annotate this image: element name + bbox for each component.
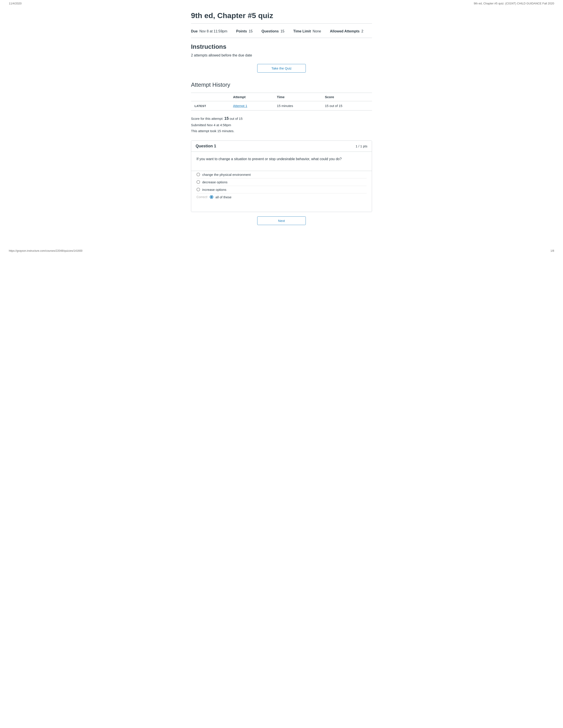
main-content: 9th ed, Chapter #5 quiz Due Nov 8 at 11:… — [182, 7, 381, 238]
answer-option-2: decrease options — [196, 178, 367, 186]
question-1-card: Question 1 1 / 1 pts If you want to chan… — [191, 141, 372, 212]
question-1-body: If you want to change a situation to pre… — [191, 152, 372, 171]
top-bar: 11/4/2020 9th ed, Chapter #5 quiz: (C01N… — [0, 0, 563, 7]
question-1-text: If you want to change a situation to pre… — [196, 156, 367, 162]
col-time: Time — [273, 93, 321, 101]
attempt-history-table: Attempt Time Score LATEST Attempt 1 15 m… — [191, 93, 372, 111]
page-header-title: 9th ed, Chapter #5 quiz: (C01NT) CHILD G… — [474, 2, 554, 5]
answer-text-1: change the physical environment — [202, 173, 250, 176]
questions-label: Questions — [261, 29, 278, 33]
radio-1 — [196, 173, 200, 176]
score-number: 15 — [224, 116, 229, 121]
correct-label: Correct! — [196, 195, 207, 199]
time-limit-label: Time Limit — [293, 29, 311, 33]
due-label: Due — [191, 29, 197, 33]
radio-2 — [196, 180, 200, 184]
allowed-attempts-value: 2 — [362, 29, 364, 33]
answer-text-2: decrease options — [202, 180, 227, 184]
col-label — [191, 93, 229, 101]
submitted-line: Submitted Nov 4 at 4:58pm — [191, 122, 372, 128]
score-prefix: Score for this attempt: — [191, 117, 223, 120]
radio-3 — [196, 188, 200, 191]
table-row: LATEST Attempt 1 15 minutes 15 out of 15 — [191, 101, 372, 111]
questions-value: 15 — [280, 29, 285, 33]
points-row: Points 15 — [236, 29, 253, 33]
col-score: Score — [321, 93, 372, 101]
attempt-time: 15 minutes — [273, 101, 321, 111]
instructions-text: 2 attempts allowed before the due date — [191, 53, 372, 57]
answers-area: change the physical environment decrease… — [191, 171, 372, 203]
next-button[interactable]: Next — [257, 216, 306, 225]
question-1-header: Question 1 1 / 1 pts — [191, 141, 372, 152]
points-label: Points — [236, 29, 247, 33]
due-row: Due Nov 8 at 11:59pm — [191, 29, 227, 33]
answer-option-4: Correct! all of these — [196, 193, 367, 201]
col-attempt: Attempt — [229, 93, 273, 101]
attempt-history-title: Attempt History — [191, 81, 372, 88]
radio-4 — [210, 195, 213, 199]
allowed-attempts-label: Allowed Attempts — [330, 29, 360, 33]
answer-option-1: change the physical environment — [196, 171, 367, 178]
question-1-title: Question 1 — [195, 144, 216, 148]
answer-text-4: all of these — [215, 195, 231, 199]
attempt-link-cell[interactable]: Attempt 1 — [229, 101, 273, 111]
answer-option-3: increase options — [196, 186, 367, 193]
score-line: Score for this attempt: 15 out of 15 — [191, 115, 372, 122]
score-suffix: out of 15 — [229, 117, 242, 120]
time-limit-value: None — [313, 29, 321, 33]
instructions-title: Instructions — [191, 43, 372, 50]
page-title: 9th ed, Chapter #5 quiz — [191, 11, 372, 20]
duration-line: This attempt took 15 minutes. — [191, 128, 372, 134]
attempt-score: 15 out of 15 — [321, 101, 372, 111]
points-value: 15 — [248, 29, 252, 33]
due-value: Nov 8 at 11:59pm — [199, 29, 227, 33]
date-label: 11/4/2020 — [9, 2, 22, 5]
question-1-footer — [191, 203, 372, 212]
meta-info: Due Nov 8 at 11:59pm Points 15 Questions… — [191, 26, 372, 36]
take-quiz-button[interactable]: Take the Quiz — [257, 64, 306, 73]
allowed-attempts-row: Allowed Attempts 2 — [330, 29, 363, 33]
attempt-1-link[interactable]: Attempt 1 — [233, 104, 247, 108]
question-1-pts: 1 / 1 pts — [356, 144, 368, 148]
attempt-latest-label: LATEST — [191, 101, 229, 111]
time-limit-row: Time Limit None — [293, 29, 321, 33]
score-summary: Score for this attempt: 15 out of 15 Sub… — [191, 111, 372, 136]
divider-2 — [191, 38, 372, 38]
answer-text-3: increase options — [202, 188, 226, 191]
table-header-row: Attempt Time Score — [191, 93, 372, 101]
footer-page-num: 1/8 — [550, 249, 554, 252]
divider-1 — [191, 23, 372, 24]
questions-row: Questions 15 — [261, 29, 285, 33]
footer-bar: https://grayson.instructure.com/courses/… — [0, 247, 563, 255]
footer-url: https://grayson.instructure.com/courses/… — [9, 249, 83, 252]
